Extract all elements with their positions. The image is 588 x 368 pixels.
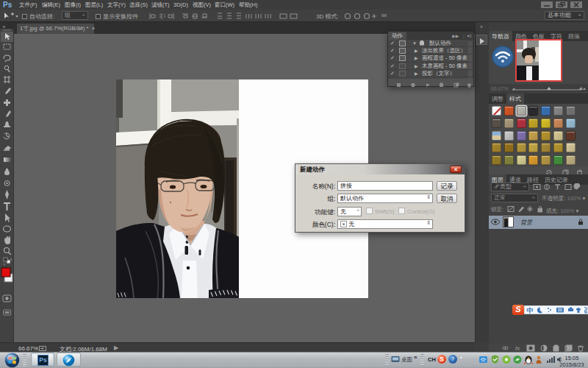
svg-text:fx: fx [515, 345, 520, 352]
svg-text:3D 模式:: 3D 模式: [316, 13, 339, 20]
svg-text:中: 中 [527, 307, 534, 314]
